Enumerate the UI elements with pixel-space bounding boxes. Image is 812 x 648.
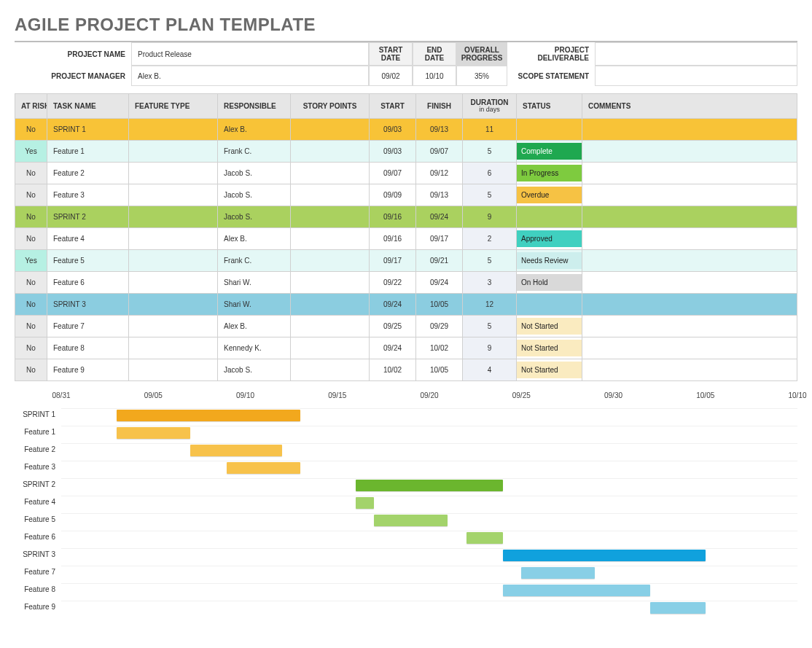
cell-responsible[interactable]: Alex B. [218, 227, 291, 249]
cell-responsible[interactable]: Frank C. [218, 140, 291, 162]
cell-duration[interactable]: 2 [463, 227, 517, 249]
cell-story-points[interactable] [291, 118, 370, 140]
cell-responsible[interactable]: Jacob S. [218, 359, 291, 380]
cell-comments[interactable] [582, 206, 797, 227]
cell-duration[interactable]: 3 [463, 271, 517, 293]
cell-task-name[interactable]: SPRINT 1 [47, 118, 129, 140]
cell-feature-type[interactable] [129, 249, 218, 271]
cell-status[interactable] [517, 118, 582, 140]
cell-story-points[interactable] [291, 227, 370, 249]
cell-duration[interactable]: 11 [463, 118, 517, 140]
cell-duration[interactable]: 9 [463, 337, 517, 359]
cell-at-risk[interactable]: No [15, 271, 47, 293]
cell-at-risk[interactable]: No [15, 359, 47, 380]
cell-feature-type[interactable] [129, 227, 218, 249]
cell-comments[interactable] [582, 162, 797, 184]
cell-task-name[interactable]: Feature 3 [47, 184, 129, 206]
cell-duration[interactable]: 5 [463, 315, 517, 337]
cell-duration[interactable]: 5 [463, 249, 517, 271]
cell-status[interactable]: Approved [517, 227, 582, 249]
cell-start[interactable]: 09/09 [370, 184, 416, 206]
cell-at-risk[interactable]: No [15, 206, 47, 227]
cell-task-name[interactable]: Feature 6 [47, 271, 129, 293]
cell-duration[interactable]: 5 [463, 184, 517, 206]
cell-start[interactable]: 09/03 [370, 140, 416, 162]
cell-responsible[interactable]: Shari W. [218, 293, 291, 315]
cell-at-risk[interactable]: No [15, 227, 47, 249]
cell-finish[interactable]: 09/21 [416, 249, 463, 271]
cell-finish[interactable]: 10/05 [416, 359, 463, 380]
cell-finish[interactable]: 09/13 [416, 184, 463, 206]
cell-start[interactable]: 09/24 [370, 337, 416, 359]
cell-responsible[interactable]: Jacob S. [218, 184, 291, 206]
cell-duration[interactable]: 9 [463, 206, 517, 227]
cell-status[interactable]: Not Started [517, 359, 582, 380]
cell-task-name[interactable]: Feature 1 [47, 140, 129, 162]
cell-status[interactable] [517, 293, 582, 315]
cell-feature-type[interactable] [129, 162, 218, 184]
cell-story-points[interactable] [291, 271, 370, 293]
cell-feature-type[interactable] [129, 118, 218, 140]
cell-comments[interactable] [582, 227, 797, 249]
cell-feature-type[interactable] [129, 293, 218, 315]
cell-start[interactable]: 09/16 [370, 206, 416, 227]
cell-status[interactable]: Not Started [517, 315, 582, 337]
cell-feature-type[interactable] [129, 337, 218, 359]
cell-duration[interactable]: 6 [463, 162, 517, 184]
cell-story-points[interactable] [291, 140, 370, 162]
cell-responsible[interactable]: Frank C. [218, 249, 291, 271]
value-overall-progress[interactable]: 35% [456, 66, 507, 86]
cell-status[interactable]: In Progress [517, 162, 582, 184]
cell-story-points[interactable] [291, 337, 370, 359]
cell-at-risk[interactable]: No [15, 315, 47, 337]
cell-at-risk[interactable]: No [15, 118, 47, 140]
cell-duration[interactable]: 5 [463, 140, 517, 162]
cell-comments[interactable] [582, 359, 797, 380]
cell-feature-type[interactable] [129, 140, 218, 162]
cell-responsible[interactable]: Jacob S. [218, 162, 291, 184]
cell-task-name[interactable]: Feature 4 [47, 227, 129, 249]
cell-start[interactable]: 09/22 [370, 271, 416, 293]
cell-start[interactable]: 09/25 [370, 315, 416, 337]
cell-task-name[interactable]: SPRINT 2 [47, 206, 129, 227]
cell-story-points[interactable] [291, 293, 370, 315]
cell-comments[interactable] [582, 249, 797, 271]
cell-start[interactable]: 09/07 [370, 162, 416, 184]
cell-feature-type[interactable] [129, 359, 218, 380]
cell-start[interactable]: 09/17 [370, 249, 416, 271]
cell-duration[interactable]: 12 [463, 293, 517, 315]
cell-start[interactable]: 09/24 [370, 293, 416, 315]
cell-at-risk[interactable]: No [15, 337, 47, 359]
cell-story-points[interactable] [291, 162, 370, 184]
cell-story-points[interactable] [291, 206, 370, 227]
cell-at-risk[interactable]: No [15, 162, 47, 184]
cell-finish[interactable]: 09/12 [416, 162, 463, 184]
value-project-name[interactable]: Product Release [131, 42, 369, 66]
cell-story-points[interactable] [291, 315, 370, 337]
cell-start[interactable]: 09/16 [370, 227, 416, 249]
cell-comments[interactable] [582, 315, 797, 337]
cell-start[interactable]: 10/02 [370, 359, 416, 380]
cell-task-name[interactable]: SPRINT 3 [47, 293, 129, 315]
cell-responsible[interactable]: Jacob S. [218, 206, 291, 227]
cell-comments[interactable] [582, 337, 797, 359]
cell-comments[interactable] [582, 293, 797, 315]
cell-story-points[interactable] [291, 359, 370, 380]
cell-comments[interactable] [582, 184, 797, 206]
cell-finish[interactable]: 09/24 [416, 206, 463, 227]
cell-status[interactable]: Complete [517, 140, 582, 162]
cell-responsible[interactable]: Kennedy K. [218, 337, 291, 359]
value-end-date[interactable]: 10/10 [413, 66, 456, 86]
cell-task-name[interactable]: Feature 8 [47, 337, 129, 359]
cell-responsible[interactable]: Alex B. [218, 118, 291, 140]
cell-comments[interactable] [582, 118, 797, 140]
cell-responsible[interactable]: Shari W. [218, 271, 291, 293]
cell-comments[interactable] [582, 140, 797, 162]
cell-duration[interactable]: 4 [463, 359, 517, 380]
cell-at-risk[interactable]: No [15, 293, 47, 315]
cell-finish[interactable]: 09/13 [416, 118, 463, 140]
cell-finish[interactable]: 09/24 [416, 271, 463, 293]
cell-finish[interactable]: 10/05 [416, 293, 463, 315]
cell-status[interactable]: Needs Review [517, 249, 582, 271]
cell-task-name[interactable]: Feature 7 [47, 315, 129, 337]
